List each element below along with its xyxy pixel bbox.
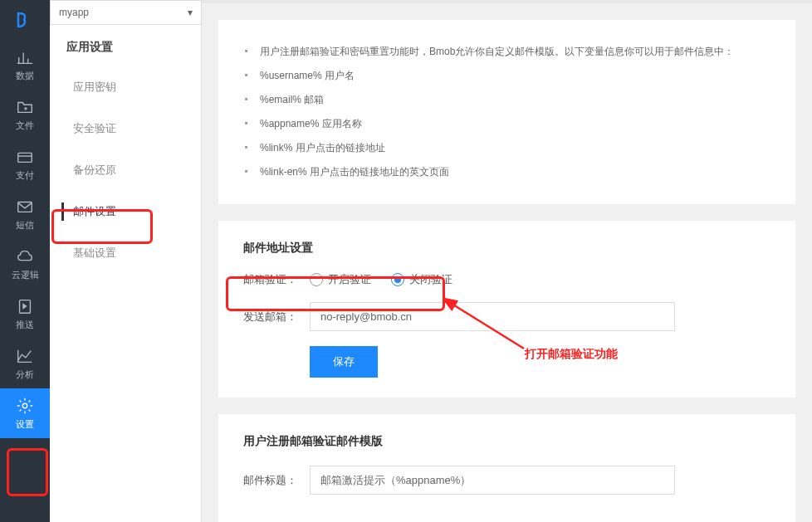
menu-app-key[interactable]: 应用密钥 [50,66,201,108]
menu-security[interactable]: 安全验证 [50,108,201,149]
nav-sms[interactable]: 短信 [0,189,50,239]
app-selector-value: myapp [59,7,89,18]
info-line: %link% 用户点击的链接地址 [260,136,770,160]
nav-label: 支付 [16,169,34,182]
nav-label: 分析 [16,368,34,381]
template-panel: 用户注册邮箱验证邮件模版 邮件标题： [218,414,795,522]
send-email-input[interactable] [310,302,675,331]
nav-label: 推送 [16,319,34,331]
info-panel: 用户注册邮箱验证和密码重置功能时，Bmob允许你自定义邮件模版。以下变量信息你可… [218,20,795,204]
menu-backup[interactable]: 备份还原 [50,149,201,191]
radio-disable-verify[interactable]: 关闭验证 [391,272,452,287]
app-selector[interactable]: myapp ▾ [50,0,202,25]
save-button[interactable]: 保存 [310,346,378,378]
svg-rect-0 [18,153,32,162]
subject-label: 邮件标题： [243,473,310,488]
line-chart-icon [16,347,34,365]
info-line: %username% 用户名 [260,64,770,88]
svg-point-3 [22,403,27,408]
card-icon [16,148,34,166]
nav-settings[interactable]: 设置 [0,388,50,438]
nav-files[interactable]: 文件 [0,90,50,139]
radio-label: 开启验证 [328,272,371,287]
nav-push[interactable]: 推送 [0,289,50,339]
chevron-down-icon: ▾ [188,7,193,18]
info-line: %link-en% 用户点击的链接地址的英文页面 [260,160,770,184]
info-line: %email% 邮箱 [260,88,770,112]
section-title: 邮件地址设置 [243,241,770,256]
subject-input[interactable] [310,466,675,495]
email-settings-panel: 邮件地址设置 邮箱验证： 开启验证 关闭验证 发送邮箱： [218,221,795,398]
menu-sidebar: 应用设置 应用密钥 安全验证 备份还原 邮件设置 基础设置 [50,0,202,522]
info-line: 用户注册邮箱验证和密码重置功能时，Bmob允许你自定义邮件模版。以下变量信息你可… [260,40,770,64]
envelope-icon [16,198,34,216]
radio-label: 关闭验证 [409,272,452,287]
send-icon [16,297,34,315]
svg-rect-1 [18,202,32,212]
gear-icon [16,397,34,415]
nav-cloud[interactable]: 云逻辑 [0,239,50,289]
info-line: %appname% 应用名称 [260,112,770,136]
chart-bar-icon [16,48,34,66]
brand-logo [0,0,50,40]
send-email-label: 发送邮箱： [243,310,310,324]
nav-payment[interactable]: 支付 [0,139,50,189]
menu-title: 应用设置 [50,25,201,66]
folder-icon [16,98,34,116]
nav-analytics[interactable]: 分析 [0,339,50,388]
verify-label: 邮箱验证： [243,272,310,287]
nav-label: 数据 [16,70,34,82]
radio-enable-verify[interactable]: 开启验证 [310,272,371,287]
menu-email-settings[interactable]: 邮件设置 [50,191,201,232]
radio-icon [310,273,323,286]
main-content: 用户注册邮箱验证和密码重置功能时，Bmob允许你自定义邮件模版。以下变量信息你可… [202,0,812,522]
icon-sidebar: 数据 文件 支付 短信 云逻辑 推送 分析 设置 [0,0,50,522]
radio-icon [391,273,404,286]
nav-label: 设置 [16,418,34,431]
menu-basic-settings[interactable]: 基础设置 [50,232,201,274]
nav-label: 短信 [16,219,34,232]
nav-label: 云逻辑 [12,269,39,281]
section-title: 用户注册邮箱验证邮件模版 [243,434,770,449]
verify-radio-group: 开启验证 关闭验证 [310,272,452,287]
nav-data[interactable]: 数据 [0,40,50,90]
cloud-icon [16,247,34,266]
nav-label: 文件 [16,120,34,132]
